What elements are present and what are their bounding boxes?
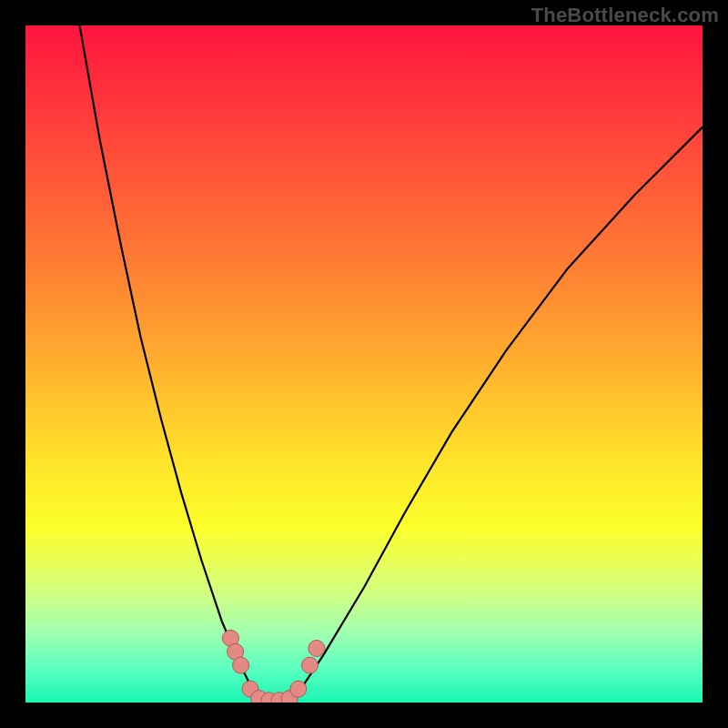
plot-gradient-background [25, 25, 703, 703]
chart-frame: TheBottleneck.com [0, 0, 728, 728]
watermark-label: TheBottleneck.com [531, 4, 719, 27]
